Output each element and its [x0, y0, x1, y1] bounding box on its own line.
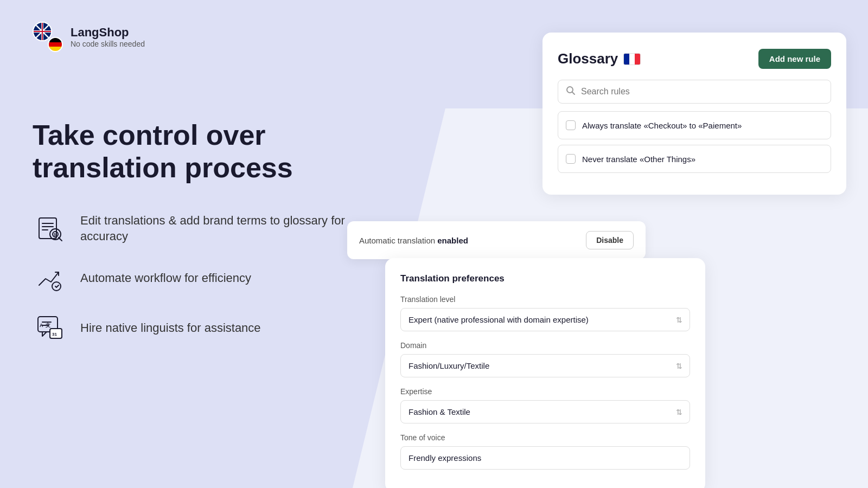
translation-prefs-card: Translation preferences Translation leve… — [385, 258, 705, 488]
tone-input[interactable] — [400, 446, 690, 470]
translation-level-select-wrapper: Expert (native professional with domain … — [400, 308, 690, 331]
feature-text-workflow: Automate workflow for efficiency — [80, 271, 251, 286]
rule-checkbox-1[interactable] — [566, 120, 576, 130]
app-title: LangShop — [71, 25, 145, 40]
rule-item-2: Never translate «Other Things» — [558, 145, 831, 173]
expertise-select[interactable]: Fashion & Textile — [400, 400, 690, 423]
search-box — [558, 80, 831, 104]
domain-group: Domain Fashion/Luxury/Textile ⇅ — [400, 341, 690, 377]
left-content: Take control over translation process $ … — [33, 119, 369, 346]
search-input[interactable] — [581, 87, 823, 97]
feature-list: $ Edit translations & add brand terms to… — [33, 211, 369, 346]
logo-text: LangShop No code skills needed — [71, 25, 145, 48]
domain-label: Domain — [400, 341, 690, 350]
feature-item-workflow: Automate workflow for efficiency — [33, 261, 369, 296]
glossary-card-header: Glossary Add new rule — [558, 49, 831, 69]
domain-select-wrapper: Fashion/Luxury/Textile ⇅ — [400, 354, 690, 377]
prefs-title: Translation preferences — [400, 273, 690, 284]
search-icon — [566, 86, 576, 98]
svg-point-15 — [52, 282, 61, 291]
expertise-label: Expertise — [400, 387, 690, 396]
linguists-icon: A 文 31 — [33, 311, 67, 346]
app-subtitle: No code skills needed — [71, 40, 145, 48]
expertise-group: Expertise Fashion & Textile ⇅ — [400, 387, 690, 423]
auto-translate-bar: Automatic translation enabled Disable — [347, 221, 646, 259]
glossary-title-group: Glossary — [558, 50, 641, 67]
expertise-select-wrapper: Fashion & Textile ⇅ — [400, 400, 690, 423]
svg-text:$: $ — [54, 233, 56, 237]
svg-line-13 — [59, 237, 62, 241]
feature-text-linguists: Hire native linguists for assistance — [80, 320, 261, 336]
workflow-icon — [33, 261, 67, 296]
header: LangShop No code skills needed — [33, 22, 145, 52]
rule-checkbox-2[interactable] — [566, 154, 576, 164]
feature-item-glossary: $ Edit translations & add brand terms to… — [33, 211, 369, 246]
france-flag-icon — [623, 53, 641, 65]
translation-level-group: Translation level Expert (native profess… — [400, 295, 690, 331]
uk-flag-icon — [33, 22, 52, 41]
tone-label: Tone of voice — [400, 433, 690, 442]
auto-translate-status: enabled — [437, 236, 468, 245]
svg-line-24 — [572, 92, 575, 95]
glossary-icon: $ — [33, 211, 67, 246]
svg-text:31: 31 — [52, 332, 57, 337]
auto-translate-label: Automatic translation enabled — [359, 236, 468, 245]
rule-item-1: Always translate «Checkout» to «Paiement… — [558, 111, 831, 139]
svg-text:文: 文 — [46, 323, 50, 328]
tone-group: Tone of voice — [400, 433, 690, 470]
domain-select[interactable]: Fashion/Luxury/Textile — [400, 354, 690, 377]
de-flag-icon — [48, 37, 63, 52]
feature-item-linguists: A 文 31 Hire native linguists for assista… — [33, 311, 369, 346]
feature-text-glossary: Edit translations & add brand terms to g… — [80, 213, 369, 244]
glossary-title: Glossary — [558, 50, 618, 67]
disable-button[interactable]: Disable — [586, 231, 634, 249]
logo-flags — [33, 22, 63, 52]
rule-text-1: Always translate «Checkout» to «Paiement… — [582, 121, 742, 130]
svg-text:A: A — [40, 323, 43, 328]
main-heading: Take control over translation process — [33, 119, 369, 184]
translation-level-select[interactable]: Expert (native professional with domain … — [400, 308, 690, 331]
rule-text-2: Never translate «Other Things» — [582, 155, 695, 164]
translation-level-label: Translation level — [400, 295, 690, 304]
glossary-card: Glossary Add new rule Always translate «… — [542, 33, 846, 195]
add-rule-button[interactable]: Add new rule — [758, 49, 831, 69]
